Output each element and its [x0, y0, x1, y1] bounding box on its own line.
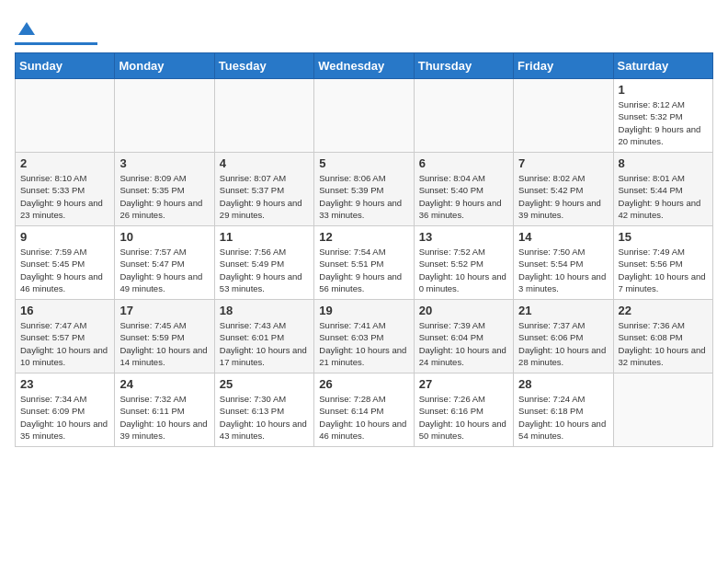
logo-underline: [15, 42, 97, 45]
day-info: Sunrise: 7:57 AM Sunset: 5:47 PM Dayligh…: [119, 246, 209, 294]
day-info: Sunrise: 7:28 AM Sunset: 6:14 PM Dayligh…: [319, 393, 408, 442]
day-number: 9: [20, 230, 109, 244]
calendar-day-cell: 26Sunrise: 7:28 AM Sunset: 6:14 PM Dayli…: [314, 373, 414, 447]
calendar-day-cell: 2Sunrise: 8:10 AM Sunset: 5:33 PM Daylig…: [16, 153, 115, 226]
day-number: 12: [319, 230, 408, 244]
day-number: 13: [419, 230, 508, 244]
day-number: 15: [619, 230, 708, 244]
calendar-day-cell: 28Sunrise: 7:24 AM Sunset: 6:18 PM Dayli…: [514, 373, 613, 447]
calendar-table: SundayMondayTuesdayWednesdayThursdayFrid…: [15, 52, 713, 447]
calendar-day-cell: 7Sunrise: 8:02 AM Sunset: 5:42 PM Daylig…: [514, 153, 613, 226]
calendar-day-cell: 1Sunrise: 8:12 AM Sunset: 5:32 PM Daylig…: [613, 79, 712, 153]
calendar-day-cell: 18Sunrise: 7:43 AM Sunset: 6:01 PM Dayli…: [214, 300, 313, 373]
day-info: Sunrise: 8:10 AM Sunset: 5:33 PM Dayligh…: [20, 172, 109, 221]
calendar-day-cell: 12Sunrise: 7:54 AM Sunset: 5:51 PM Dayli…: [314, 226, 414, 300]
calendar-day-cell: 21Sunrise: 7:37 AM Sunset: 6:06 PM Dayli…: [514, 300, 613, 373]
day-info: Sunrise: 8:02 AM Sunset: 5:42 PM Dayligh…: [518, 172, 608, 221]
calendar-day-cell: 5Sunrise: 8:06 AM Sunset: 5:39 PM Daylig…: [314, 153, 414, 226]
day-number: 20: [419, 304, 508, 317]
calendar-day-cell: 11Sunrise: 7:56 AM Sunset: 5:49 PM Dayli…: [214, 226, 313, 300]
calendar-day-cell: 16Sunrise: 7:47 AM Sunset: 5:57 PM Dayli…: [16, 300, 115, 373]
calendar-day-cell: 25Sunrise: 7:30 AM Sunset: 6:13 PM Dayli…: [214, 373, 313, 447]
day-info: Sunrise: 7:41 AM Sunset: 6:03 PM Dayligh…: [319, 319, 408, 368]
calendar-day-cell: 8Sunrise: 8:01 AM Sunset: 5:44 PM Daylig…: [613, 153, 712, 226]
calendar-day-cell: [314, 79, 414, 153]
day-info: Sunrise: 7:45 AM Sunset: 5:59 PM Dayligh…: [119, 319, 209, 368]
calendar-day-cell: [16, 79, 115, 153]
day-number: 26: [319, 377, 408, 391]
day-info: Sunrise: 8:06 AM Sunset: 5:39 PM Dayligh…: [319, 172, 408, 221]
day-number: 11: [220, 230, 309, 244]
day-info: Sunrise: 8:04 AM Sunset: 5:40 PM Dayligh…: [419, 172, 508, 221]
logo: [15, 18, 97, 45]
day-info: Sunrise: 7:43 AM Sunset: 6:01 PM Dayligh…: [220, 319, 309, 368]
calendar-day-cell: 4Sunrise: 8:07 AM Sunset: 5:37 PM Daylig…: [214, 153, 313, 226]
day-info: Sunrise: 7:26 AM Sunset: 6:16 PM Dayligh…: [419, 393, 508, 442]
calendar-day-cell: [214, 79, 313, 153]
day-info: Sunrise: 7:56 AM Sunset: 5:49 PM Dayligh…: [220, 246, 309, 294]
calendar-day-cell: [115, 79, 214, 153]
weekday-header: Wednesday: [314, 53, 414, 79]
calendar-day-cell: 6Sunrise: 8:04 AM Sunset: 5:40 PM Daylig…: [414, 153, 513, 226]
day-number: 28: [518, 377, 608, 391]
day-number: 1: [619, 83, 708, 97]
calendar-day-cell: 20Sunrise: 7:39 AM Sunset: 6:04 PM Dayli…: [414, 300, 513, 373]
day-info: Sunrise: 7:37 AM Sunset: 6:06 PM Dayligh…: [518, 319, 608, 368]
day-info: Sunrise: 7:34 AM Sunset: 6:09 PM Dayligh…: [20, 393, 109, 442]
svg-marker-0: [18, 22, 35, 35]
day-number: 2: [20, 156, 109, 170]
day-info: Sunrise: 8:12 AM Sunset: 5:32 PM Dayligh…: [619, 98, 708, 147]
day-number: 23: [20, 377, 109, 391]
day-info: Sunrise: 7:24 AM Sunset: 6:18 PM Dayligh…: [518, 393, 608, 442]
calendar-day-cell: 13Sunrise: 7:52 AM Sunset: 5:52 PM Dayli…: [414, 226, 513, 300]
weekday-header: Saturday: [613, 53, 712, 79]
day-info: Sunrise: 7:32 AM Sunset: 6:11 PM Dayligh…: [119, 393, 209, 442]
calendar-week-row: 23Sunrise: 7:34 AM Sunset: 6:09 PM Dayli…: [16, 373, 713, 447]
calendar-day-cell: 9Sunrise: 7:59 AM Sunset: 5:45 PM Daylig…: [16, 226, 115, 300]
calendar-day-cell: 24Sunrise: 7:32 AM Sunset: 6:11 PM Dayli…: [115, 373, 214, 447]
calendar-day-cell: 17Sunrise: 7:45 AM Sunset: 5:59 PM Dayli…: [115, 300, 214, 373]
day-info: Sunrise: 7:36 AM Sunset: 6:08 PM Dayligh…: [619, 319, 708, 368]
day-info: Sunrise: 7:50 AM Sunset: 5:54 PM Dayligh…: [518, 246, 608, 294]
calendar-day-cell: [613, 373, 712, 447]
day-number: 16: [20, 304, 109, 317]
logo-icon: [17, 18, 37, 39]
day-number: 21: [518, 304, 608, 317]
page-header: [15, 15, 713, 45]
day-number: 25: [220, 377, 309, 391]
day-number: 22: [619, 304, 708, 317]
calendar-day-cell: 14Sunrise: 7:50 AM Sunset: 5:54 PM Dayli…: [514, 226, 613, 300]
calendar-week-row: 2Sunrise: 8:10 AM Sunset: 5:33 PM Daylig…: [16, 153, 713, 226]
day-number: 8: [619, 156, 708, 170]
day-number: 4: [220, 156, 309, 170]
day-number: 19: [319, 304, 408, 317]
weekday-header: Tuesday: [214, 53, 313, 79]
calendar-week-row: 1Sunrise: 8:12 AM Sunset: 5:32 PM Daylig…: [16, 79, 713, 153]
day-number: 18: [220, 304, 309, 317]
day-info: Sunrise: 7:54 AM Sunset: 5:51 PM Dayligh…: [319, 246, 408, 294]
day-number: 5: [319, 156, 408, 170]
calendar-day-cell: 22Sunrise: 7:36 AM Sunset: 6:08 PM Dayli…: [613, 300, 712, 373]
calendar-week-row: 16Sunrise: 7:47 AM Sunset: 5:57 PM Dayli…: [16, 300, 713, 373]
calendar-day-cell: 23Sunrise: 7:34 AM Sunset: 6:09 PM Dayli…: [16, 373, 115, 447]
weekday-header: Sunday: [16, 53, 115, 79]
day-info: Sunrise: 7:39 AM Sunset: 6:04 PM Dayligh…: [419, 319, 508, 368]
calendar-day-cell: 10Sunrise: 7:57 AM Sunset: 5:47 PM Dayli…: [115, 226, 214, 300]
calendar-day-cell: 15Sunrise: 7:49 AM Sunset: 5:56 PM Dayli…: [613, 226, 712, 300]
day-number: 24: [119, 377, 209, 391]
day-info: Sunrise: 7:47 AM Sunset: 5:57 PM Dayligh…: [20, 319, 109, 368]
day-info: Sunrise: 8:01 AM Sunset: 5:44 PM Dayligh…: [619, 172, 708, 221]
calendar-header-row: SundayMondayTuesdayWednesdayThursdayFrid…: [16, 53, 713, 79]
day-info: Sunrise: 7:59 AM Sunset: 5:45 PM Dayligh…: [20, 246, 109, 294]
day-info: Sunrise: 7:52 AM Sunset: 5:52 PM Dayligh…: [419, 246, 508, 294]
calendar-day-cell: 3Sunrise: 8:09 AM Sunset: 5:35 PM Daylig…: [115, 153, 214, 226]
day-info: Sunrise: 7:49 AM Sunset: 5:56 PM Dayligh…: [619, 246, 708, 294]
day-info: Sunrise: 8:09 AM Sunset: 5:35 PM Dayligh…: [119, 172, 209, 221]
day-number: 10: [119, 230, 209, 244]
weekday-header: Thursday: [414, 53, 513, 79]
day-number: 27: [419, 377, 508, 391]
day-number: 7: [518, 156, 608, 170]
day-number: 17: [119, 304, 209, 317]
calendar-week-row: 9Sunrise: 7:59 AM Sunset: 5:45 PM Daylig…: [16, 226, 713, 300]
day-number: 3: [119, 156, 209, 170]
